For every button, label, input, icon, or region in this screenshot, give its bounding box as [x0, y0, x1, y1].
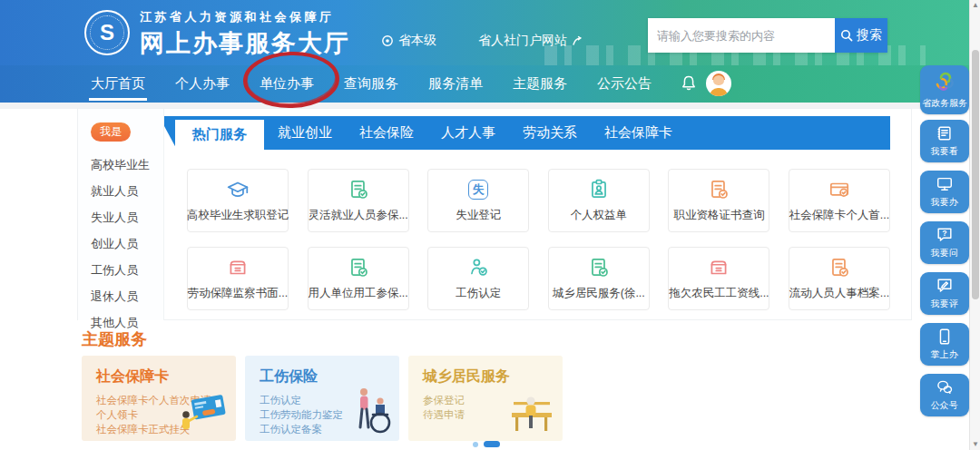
service-card-4[interactable]: 职业资格证书查询	[668, 169, 769, 232]
nav-item-5[interactable]: 主题服务	[513, 65, 567, 103]
doc-check-icon	[587, 256, 611, 279]
edit-bubble-icon	[936, 277, 954, 295]
doc-check-icon	[347, 256, 370, 279]
theme-card-title: 工伤保险	[260, 367, 399, 386]
mailbox-icon	[707, 256, 730, 279]
carousel-pager	[473, 441, 500, 447]
theme-cards: 社会保障卡社会保障卡个人首次申请个人领卡社会保障卡正式挂失 工伤保险工伤认定工伤…	[82, 356, 563, 441]
service-label: 劳动保障监察书面...	[188, 286, 288, 301]
tab-5[interactable]: 社会保障卡	[591, 116, 686, 150]
rail-button-4[interactable]: 我要评	[920, 272, 969, 315]
rail-button-2[interactable]: 我要办	[920, 171, 969, 213]
nav-item-0[interactable]: 大厅首页	[91, 65, 145, 103]
nav-item-3[interactable]: 查询服务	[344, 65, 398, 103]
identity-badge: 我是	[91, 122, 131, 142]
doc-lines-icon	[936, 124, 954, 142]
shi-char-icon: 失	[468, 178, 488, 201]
phone-icon	[936, 328, 954, 346]
site-logo: S	[84, 10, 130, 55]
nav-item-6[interactable]: 公示公告	[597, 65, 652, 103]
notification-bell-icon[interactable]	[679, 73, 699, 93]
search-button[interactable]: 搜索	[835, 18, 887, 53]
role-item-1[interactable]: 就业人员	[91, 178, 150, 204]
main-nav: 大厅首页个人办事单位办事查询服务服务清单主题服务公示公告	[91, 65, 652, 103]
wheelchair-illustration	[352, 385, 394, 439]
service-card-5[interactable]: 社会保障卡个人首...	[789, 169, 890, 232]
rail-button-6[interactable]: 公众号	[920, 374, 969, 416]
identity-rail: 我是 高校毕业生就业人员失业人员创业人员工伤人员退休人员其他人员	[78, 109, 164, 320]
service-label: 流动人员人事档案...	[789, 286, 889, 301]
identity-role-list: 高校毕业生就业人员失业人员创业人员工伤人员退休人员其他人员	[91, 152, 150, 336]
region-label: 省本级	[398, 33, 436, 49]
tab-2[interactable]: 社会保险	[346, 116, 427, 150]
service-label: 社会保障卡个人首...	[789, 208, 889, 223]
scrollbar-up-icon[interactable]: ▲	[970, 0, 980, 11]
person-icon	[466, 256, 490, 279]
location-pin-icon	[381, 34, 394, 47]
service-card-11[interactable]: 流动人员人事档案...	[789, 247, 890, 310]
search-icon	[840, 29, 853, 42]
vertical-scrollbar[interactable]: ▲ ▼	[969, 0, 980, 450]
service-card-3[interactable]: 个人权益单	[548, 169, 650, 232]
navbar: 大厅首页个人办事单位办事查询服务服务清单主题服务公示公告	[0, 65, 980, 103]
page-title: 网上办事服务大厅	[140, 27, 350, 60]
tab-3[interactable]: 人才人事	[427, 116, 509, 150]
service-label: 工伤认定	[456, 286, 501, 301]
pager-dot-active[interactable]	[484, 441, 500, 447]
service-label: 用人单位用工参保...	[308, 286, 407, 301]
mailbox-icon	[226, 256, 250, 279]
role-item-4[interactable]: 工伤人员	[91, 257, 150, 283]
service-card-0[interactable]: 高校毕业生求职登记	[187, 169, 289, 232]
svg-text:?: ?	[943, 230, 947, 238]
rail-button-label: 我要办	[931, 196, 958, 208]
nav-item-2[interactable]: 单位办事	[260, 65, 314, 103]
service-card-1[interactable]: 灵活就业人员参保...	[308, 169, 409, 232]
service-label: 高校毕业生求职登记	[187, 208, 289, 223]
service-card-2[interactable]: 失失业登记	[427, 169, 529, 232]
rail-button-1[interactable]: 我要看	[920, 120, 969, 162]
page: S 江苏省人力资源和社会保障厅 网上办事服务大厅 省本级 省人社门户网站 搜索 …	[0, 0, 980, 450]
nav-item-1[interactable]: 个人办事	[175, 65, 230, 103]
rail-button-5[interactable]: 掌上办	[920, 323, 969, 366]
doc-check-icon	[828, 256, 851, 279]
avatar-body	[710, 88, 728, 96]
services-panel: 我是 高校毕业生就业人员失业人员创业人员工伤人员退休人员其他人员 热门服务就业创…	[77, 108, 912, 320]
nav-item-4[interactable]: 服务清单	[428, 65, 483, 103]
service-card-10[interactable]: 拖欠农民工工资线...	[668, 247, 769, 310]
scrollbar-thumb[interactable]	[972, 50, 979, 299]
service-card-7[interactable]: 用人单位用工参保...	[308, 247, 409, 310]
pager-dot[interactable]	[473, 442, 478, 447]
theme-section-title: 主题服务	[82, 328, 147, 350]
user-avatar[interactable]	[706, 71, 731, 96]
service-label: 职业资格证书查询	[673, 208, 764, 223]
avatar-face	[713, 75, 724, 85]
role-item-5[interactable]: 退休人员	[91, 283, 150, 309]
logo-s-glyph: S	[90, 15, 124, 50]
search-input[interactable]	[648, 18, 835, 53]
service-card-8[interactable]: 工伤认定	[427, 247, 529, 310]
social-card-illustration	[178, 392, 230, 439]
rail-button-3[interactable]: ?我要问	[920, 221, 969, 264]
tab-1[interactable]: 就业创业	[264, 116, 346, 150]
role-item-3[interactable]: 创业人员	[91, 230, 150, 257]
theme-card-2[interactable]: 城乡居民服务参保登记待遇申请	[408, 356, 563, 441]
services-grid: 高校毕业生求职登记灵活就业人员参保...失失业登记个人权益单职业资格证书查询社会…	[187, 169, 890, 310]
rail-button-0[interactable]: 省政务服务	[920, 65, 969, 114]
card-icon	[828, 178, 851, 201]
tab-4[interactable]: 劳动关系	[509, 116, 591, 150]
graduation-cap-icon	[226, 178, 250, 201]
role-item-2[interactable]: 失业人员	[91, 204, 150, 230]
service-card-9[interactable]: 城乡居民服务(徐...	[548, 247, 650, 310]
rail-button-label: 公众号	[931, 399, 958, 411]
theme-card-1[interactable]: 工伤保险工伤认定工伤劳动能力鉴定工伤认定备案	[245, 356, 399, 441]
site-titles: 江苏省人力资源和社会保障厅 网上办事服务大厅	[140, 9, 350, 60]
theme-card-0[interactable]: 社会保障卡社会保障卡个人首次申请个人领卡社会保障卡正式挂失	[82, 356, 236, 441]
service-card-6[interactable]: 劳动保障监察书面...	[187, 247, 289, 310]
role-item-0[interactable]: 高校毕业生	[91, 152, 150, 178]
service-tabbar: 热门服务就业创业社会保险人才人事劳动关系社会保障卡	[164, 116, 890, 150]
scrollbar-down-icon[interactable]: ▼	[970, 439, 980, 450]
region-selector[interactable]: 省本级	[381, 33, 436, 49]
portal-link[interactable]: 省人社门户网站	[478, 33, 585, 49]
tab-0[interactable]: 热门服务	[175, 120, 264, 150]
question-bubble-icon: ?	[936, 226, 954, 244]
